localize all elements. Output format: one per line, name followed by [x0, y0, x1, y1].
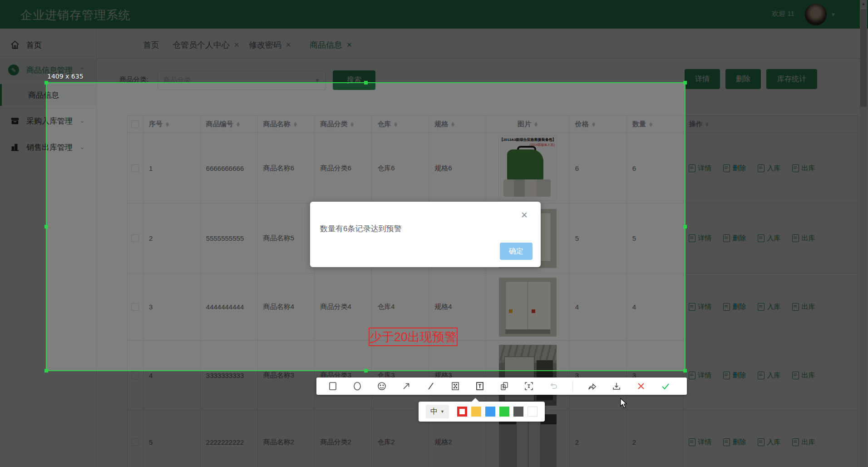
ellipse-tool-icon[interactable] [352, 381, 363, 392]
rectangle-tool-icon[interactable] [327, 381, 338, 392]
color-swatch-white[interactable] [528, 407, 538, 417]
annotation-text: 少于20出现预警 [370, 329, 457, 345]
snip-dim-top [0, 0, 868, 83]
snip-handle-n[interactable] [364, 81, 368, 84]
snip-selection-rect[interactable] [46, 82, 686, 371]
snip-handle-sw[interactable] [44, 369, 48, 373]
ocr-tool-icon[interactable] [523, 381, 534, 392]
stroke-size-value: 中 [430, 407, 438, 417]
emoji-tool-icon[interactable] [376, 381, 387, 392]
translate-tool-icon[interactable] [499, 381, 510, 392]
toolbar-divider [572, 381, 573, 392]
snip-handle-se[interactable] [683, 369, 687, 373]
undo-icon [548, 381, 559, 392]
snip-handle-nw[interactable] [44, 81, 48, 84]
confirm-icon[interactable] [660, 381, 671, 392]
color-swatch-gray[interactable] [513, 407, 523, 417]
snip-handle-e[interactable] [683, 225, 687, 229]
color-swatch-blue[interactable] [485, 407, 495, 417]
color-swatch-red[interactable] [457, 407, 467, 417]
text-tool-icon[interactable] [474, 381, 485, 392]
subtoolbar-notch [471, 398, 479, 402]
color-palette [457, 407, 538, 417]
stroke-size-dropdown[interactable]: 中 ▼ [426, 405, 449, 418]
arrow-tool-icon[interactable] [401, 381, 412, 392]
color-swatch-yellow[interactable] [471, 407, 481, 417]
snip-subtoolbar: 中 ▼ [419, 402, 545, 422]
mosaic-tool-icon[interactable] [450, 381, 461, 392]
snip-toolbar [316, 378, 687, 395]
mouse-cursor [620, 398, 628, 409]
annotation-rect[interactable]: 少于20出现预警 [369, 328, 458, 346]
snip-handle-s[interactable] [364, 369, 368, 373]
snip-dim-right [686, 83, 868, 371]
snip-size-label: 1409 x 635 [47, 73, 84, 80]
cancel-icon[interactable] [636, 381, 646, 392]
color-swatch-green[interactable] [499, 407, 509, 417]
pen-tool-icon[interactable] [425, 381, 436, 392]
share-icon[interactable] [587, 381, 597, 392]
snip-handle-ne[interactable] [683, 81, 687, 84]
snip-dim-left [0, 83, 46, 371]
snip-handle-w[interactable] [44, 225, 48, 229]
screen: 企业进销存管理系统 欢迎 11 ▾ 首页 ✎ 商品信息管理 ⌃ 商品信息 采购入… [0, 0, 868, 467]
download-icon[interactable] [611, 381, 622, 392]
chevron-down-icon: ▼ [440, 409, 444, 414]
